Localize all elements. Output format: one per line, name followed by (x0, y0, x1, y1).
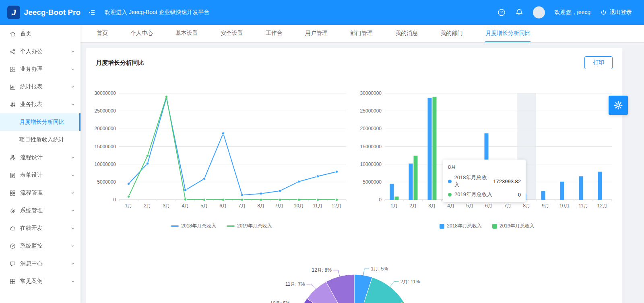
cluster-icon (10, 155, 16, 161)
svg-text:20000000: 20000000 (360, 126, 382, 131)
svg-text:10月: 10月 (559, 203, 570, 209)
svg-text:10000000: 10000000 (360, 162, 382, 167)
chevron-down-icon (71, 279, 75, 283)
legend-rect-marker (440, 224, 444, 229)
svg-text:7月: 7月 (504, 203, 512, 209)
form-icon (10, 172, 16, 178)
tab-personal-center[interactable]: 个人中心 (130, 25, 153, 42)
main-area: 首页 个人中心 基本设置 安全设置 工作台 用户管理 部门管理 我的消息 我的部… (80, 0, 644, 303)
sidebar-item-message-center[interactable]: 消息中心 (0, 255, 80, 272)
header-actions: ? 欢迎您，jeecg 退出登录 (497, 6, 644, 18)
svg-text:3月: 3月 (428, 203, 436, 209)
tab-my-messages[interactable]: 我的消息 (395, 25, 418, 42)
tab-dept-manage[interactable]: 部门管理 (350, 25, 373, 42)
question-circle-icon[interactable]: ? (497, 8, 506, 16)
svg-text:5000000: 5000000 (363, 179, 382, 185)
tooltip-row: 2018年月总收入 1723993.82 (448, 174, 521, 188)
series-dot-2018 (448, 180, 452, 183)
logout-button[interactable]: 退出登录 (600, 9, 632, 16)
app-logo: J (7, 6, 20, 19)
svg-text:4月: 4月 (182, 203, 189, 209)
legend-item-2019[interactable]: 2019年月总收入 (492, 223, 535, 229)
home-icon (10, 31, 16, 37)
message-icon (10, 261, 16, 267)
report-card: 月度增长分析同比 打印 0500000010000000150000002000… (86, 48, 622, 303)
svg-text:?: ? (500, 10, 503, 15)
sidebar-item-statistics-report[interactable]: 统计报表 (0, 78, 80, 96)
svg-text:15000000: 15000000 (360, 144, 382, 149)
svg-text:4月: 4月 (447, 203, 455, 209)
report-icon (10, 102, 16, 108)
svg-text:12月: 12月 (597, 203, 607, 209)
chevron-down-icon (71, 209, 75, 213)
sidebar-item-flow-manage[interactable]: 流程管理 (0, 184, 80, 202)
content-area: 月度增长分析同比 打印 0500000010000000150000002000… (80, 43, 644, 303)
legend-item-2019[interactable]: 2019年月总收入 (227, 223, 272, 229)
svg-text:10000000: 10000000 (95, 162, 116, 167)
welcome-text: 欢迎进入 Jeecg-Boot 企业级快速开发平台 (105, 9, 210, 16)
sidebar-item-flow-design[interactable]: 流程设计 (0, 149, 80, 166)
bar-chart-icon (10, 84, 16, 90)
chevron-down-icon (71, 156, 75, 160)
gear-icon (10, 208, 16, 214)
tab-monthly-growth[interactable]: 月度增长分析同比 (485, 25, 530, 42)
bar-chart-panel: 0500000010000000150000002000000025000000… (357, 81, 617, 229)
svg-text:2月: 11%: 2月: 11% (400, 279, 420, 285)
pie-chart-panel: 1月: 5%2月: 11%10月: 5%11月: 7%12月: 8% (201, 254, 507, 303)
svg-text:0: 0 (113, 197, 116, 203)
line-chart[interactable]: 0500000010000000150000002000000025000000… (91, 81, 352, 218)
svg-text:12月: 12月 (332, 203, 342, 209)
chevron-down-icon (71, 244, 75, 248)
tab-workbench[interactable]: 工作台 (266, 25, 283, 42)
svg-text:6月: 6月 (485, 203, 493, 209)
svg-text:8月: 8月 (523, 203, 530, 209)
tab-basic-settings[interactable]: 基本设置 (175, 25, 198, 42)
sidebar-item-home[interactable]: 首页 (0, 25, 80, 43)
svg-text:25000000: 25000000 (360, 108, 382, 114)
chevron-down-icon (71, 191, 75, 195)
chevron-down-icon (71, 85, 75, 89)
sidebar-subitem-project-income[interactable]: 项目性质收入统计 (0, 131, 80, 149)
tab-home[interactable]: 首页 (97, 25, 108, 42)
sidebar-subitem-monthly-growth[interactable]: 月度增长分析同比 (0, 113, 80, 131)
pie-chart[interactable]: 1月: 5%2月: 11%10月: 5%11月: 7%12月: 8% (201, 254, 507, 303)
svg-text:10月: 10月 (294, 203, 304, 209)
tab-security-settings[interactable]: 安全设置 (221, 25, 243, 42)
sidebar-item-system-monitor[interactable]: 系统监控 (0, 237, 80, 255)
chevron-up-icon (71, 102, 75, 106)
line-chart-panel: 0500000010000000150000002000000025000000… (91, 81, 352, 229)
user-greeting[interactable]: 欢迎您，jeecg (555, 9, 590, 16)
legend-line-marker (227, 225, 235, 227)
sidebar: 首页 个人办公 业务办理 统计报表 业务报表 月度增长分析同比 项目性质收入统计… (0, 25, 80, 303)
sidebar-item-common-cases[interactable]: 常见案例 (0, 272, 80, 290)
sidebar-item-system-manage[interactable]: 系统管理 (0, 202, 80, 219)
print-button[interactable]: 打印 (584, 56, 613, 69)
tooltip-row: 2019年月总收入 0 (448, 191, 521, 198)
logo-area[interactable]: J Jeecg-Boot Pro (0, 6, 80, 19)
line-chart-legend: 2018年月总收入 2019年月总收入 (91, 223, 352, 229)
sidebar-item-business-handle[interactable]: 业务办理 (0, 60, 80, 78)
bar-chart-legend: 2018年月总收入 2019年月总收入 (357, 223, 617, 229)
chevron-down-icon (71, 226, 75, 230)
series-dot-2019 (448, 193, 452, 197)
chevron-down-icon (71, 67, 75, 71)
bell-icon[interactable] (515, 8, 523, 16)
chevron-down-icon (71, 262, 75, 266)
svg-text:3月: 3月 (163, 203, 170, 209)
svg-text:15000000: 15000000 (95, 144, 116, 149)
sidebar-item-personal-office[interactable]: 个人办公 (0, 43, 80, 60)
sidebar-item-online-dev[interactable]: 在线开发 (0, 219, 80, 237)
legend-item-2018[interactable]: 2018年月总收入 (171, 223, 216, 229)
menu-fold-icon[interactable] (88, 9, 96, 16)
legend-item-2018[interactable]: 2018年月总收入 (440, 223, 482, 229)
svg-text:0: 0 (379, 197, 382, 203)
svg-text:2月: 2月 (144, 203, 151, 209)
tab-user-manage[interactable]: 用户管理 (305, 25, 328, 42)
settings-fab[interactable] (609, 96, 628, 115)
sidebar-item-business-report[interactable]: 业务报表 (0, 96, 80, 113)
tab-my-dept[interactable]: 我的部门 (440, 25, 463, 42)
sidebar-item-form-design[interactable]: 表单设计 (0, 166, 80, 184)
svg-text:1月: 5%: 1月: 5% (371, 266, 388, 272)
user-avatar[interactable] (533, 6, 545, 18)
svg-text:9月: 9月 (542, 203, 549, 209)
